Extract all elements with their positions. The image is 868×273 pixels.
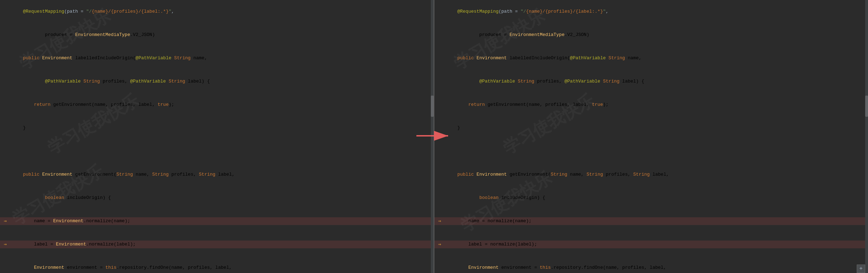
code-line: Environment environment = this.repositor… bbox=[434, 264, 868, 272]
plus-icon: + bbox=[859, 266, 863, 272]
code-line bbox=[434, 147, 868, 155]
code-line-changed: ⇒ label = normalize(label); bbox=[434, 241, 868, 248]
gutter-changed: ⇒ bbox=[0, 217, 11, 225]
code-line: Environment environment = this.repositor… bbox=[0, 264, 434, 272]
code-content: @RequestMapping(path = "/{name}/{profile… bbox=[445, 8, 865, 16]
diff-view: 学习使我快乐 学习使我快乐 学习使我快乐 @RequestMapping(pat… bbox=[0, 0, 868, 273]
gutter-changed: ⇒ bbox=[434, 241, 445, 248]
left-panel: 学习使我快乐 学习使我快乐 学习使我快乐 @RequestMapping(pat… bbox=[0, 0, 434, 273]
code-content: label = Environment.normalize(label); bbox=[11, 241, 431, 248]
code-content: public Environment labelledIncludeOrigin… bbox=[11, 54, 431, 62]
code-line: return getEnvironment(name, profiles, la… bbox=[0, 101, 434, 109]
code-line: @PathVariable String profiles, @PathVari… bbox=[434, 78, 868, 85]
code-content: boolean includeOrigin) { bbox=[445, 194, 865, 202]
plus-button[interactable]: + bbox=[857, 265, 865, 273]
code-content: boolean includeOrigin) { bbox=[11, 194, 431, 202]
code-content: produces = EnvironmentMediaType.V2_JSON) bbox=[445, 31, 865, 39]
gutter-changed: ⇒ bbox=[434, 217, 445, 225]
code-line: produces = EnvironmentMediaType.V2_JSON) bbox=[0, 31, 434, 39]
code-content: public Environment getEnvironment(String… bbox=[445, 171, 865, 178]
code-content: @PathVariable String profiles, @PathVari… bbox=[11, 78, 431, 85]
code-line: return getEnvironment(name, profiles, la… bbox=[434, 101, 868, 109]
code-line: @PathVariable String profiles, @PathVari… bbox=[0, 78, 434, 85]
code-content: Environment environment = this.repositor… bbox=[445, 264, 865, 272]
code-line: boolean includeOrigin) { bbox=[0, 194, 434, 202]
code-line: } bbox=[434, 124, 868, 132]
code-content: public Environment labelledIncludeOrigin… bbox=[445, 54, 865, 62]
code-line-changed: ⇒ name = Environment.normalize(name); bbox=[0, 217, 434, 225]
code-content bbox=[11, 147, 431, 155]
code-line: produces = EnvironmentMediaType.V2_JSON) bbox=[434, 31, 868, 39]
code-line: public Environment getEnvironment(String… bbox=[434, 171, 868, 178]
code-line: } bbox=[0, 124, 434, 132]
code-line: public Environment labelledIncludeOrigin… bbox=[434, 54, 868, 62]
right-panel: 学习使我快乐 学习使我快乐 学习使我快乐 @RequestMapping(pat… bbox=[434, 0, 868, 273]
code-line-changed: ⇒ label = Environment.normalize(label); bbox=[0, 241, 434, 248]
scrollbar-thumb-right[interactable] bbox=[865, 96, 868, 117]
code-line: @RequestMapping(path = "/{name}/{profile… bbox=[434, 8, 868, 16]
code-content: return getEnvironment(name, profiles, la… bbox=[445, 101, 865, 109]
code-content: } bbox=[11, 124, 431, 132]
code-line: public Environment getEnvironment(String… bbox=[0, 171, 434, 178]
code-content: @RequestMapping(path = "/{name}/{profile… bbox=[11, 8, 431, 16]
scrollbar-thumb-left[interactable] bbox=[431, 96, 434, 117]
code-content: name = Environment.normalize(name); bbox=[11, 217, 431, 225]
code-line: boolean includeOrigin) { bbox=[434, 194, 868, 202]
code-line: public Environment labelledIncludeOrigin… bbox=[0, 54, 434, 62]
scrollbar-track-left[interactable] bbox=[431, 0, 434, 273]
code-content: @PathVariable String profiles, @PathVari… bbox=[445, 78, 865, 85]
code-line-changed: ⇒ name = normalize(name); bbox=[434, 217, 868, 225]
code-line bbox=[0, 147, 434, 155]
gutter-changed: ⇒ bbox=[0, 241, 11, 248]
code-content bbox=[445, 147, 865, 155]
code-content: name = normalize(name); bbox=[445, 217, 865, 225]
code-content: label = normalize(label); bbox=[445, 241, 865, 248]
scrollbar-track-right[interactable] bbox=[865, 0, 868, 273]
code-content: } bbox=[445, 124, 865, 132]
code-content: Environment environment = this.repositor… bbox=[11, 264, 431, 272]
code-content: produces = EnvironmentMediaType.V2_JSON) bbox=[11, 31, 431, 39]
code-content: return getEnvironment(name, profiles, la… bbox=[11, 101, 431, 109]
code-content: public Environment getEnvironment(String… bbox=[11, 171, 431, 178]
code-line: @RequestMapping(path = "/{name}/{profile… bbox=[0, 8, 434, 16]
